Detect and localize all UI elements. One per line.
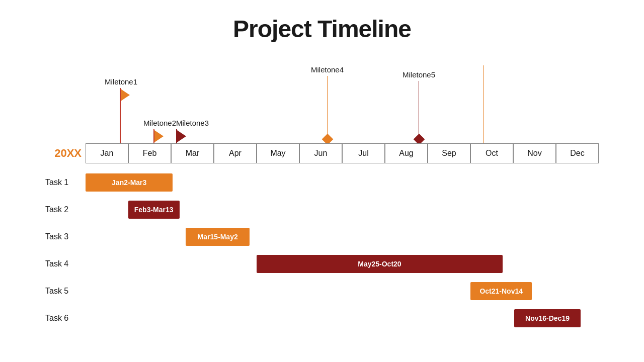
month-jul: Jul: [342, 143, 385, 163]
year-label: 20XX: [45, 147, 86, 160]
task-row-1: Task 1 Jan2-Mar3: [45, 173, 599, 192]
milestone-2-label: Miletone2: [143, 119, 176, 127]
task-2-bar-area: Feb3-Mar13: [86, 201, 599, 219]
task-3-bar-area: Mar15-May2: [86, 228, 599, 246]
month-dec: Dec: [556, 143, 599, 163]
timeline-area: Miletone1 Miletone2 Miletone3: [45, 53, 599, 327]
page-title: Project Timeline: [0, 0, 644, 43]
tasks-area: Task 1 Jan2-Mar3 Task 2 Feb3-Mar13 Task …: [45, 173, 599, 327]
milestone-6: Miletone6: [483, 65, 484, 143]
task-1-label: Task 1: [45, 178, 86, 187]
month-oct: Oct: [470, 143, 513, 163]
task-2-label: Task 2: [45, 205, 86, 214]
task-4-bar: May25-Oct20: [257, 255, 503, 273]
month-sep: Sep: [428, 143, 470, 163]
task-5-label: Task 5: [45, 287, 86, 296]
milestone-3-label: Miletone3: [176, 119, 209, 127]
task-row-5: Task 5 Oct21-Nov14: [45, 282, 599, 300]
task-row-4: Task 4 May25-Oct20: [45, 255, 599, 273]
task-6-label: Task 6: [45, 314, 86, 323]
task-4-bar-area: May25-Oct20: [86, 255, 599, 273]
task-5-bar: Oct21-Nov14: [470, 282, 532, 300]
month-jan: Jan: [86, 143, 128, 163]
task-1-bar: Jan2-Mar3: [86, 173, 173, 192]
task-1-bar-area: Jan2-Mar3: [86, 173, 599, 192]
month-row: 20XX Jan Feb Mar Apr May Jun Jul Aug Sep…: [45, 143, 599, 163]
milestone-1-label: Miletone1: [105, 77, 137, 86]
month-apr: Apr: [214, 143, 257, 163]
milestone-4-label: Miletone4: [311, 65, 344, 74]
milestone-3: Miletone3: [176, 110, 209, 143]
task-row-6: Task 6 Nov16-Dec19: [45, 309, 599, 327]
months-grid: Jan Feb Mar Apr May Jun Jul Aug Sep Oct …: [86, 143, 599, 163]
milestone-1: Miletone1: [120, 77, 137, 143]
month-feb: Feb: [128, 143, 171, 163]
month-may: May: [257, 143, 299, 163]
task-4-label: Task 4: [45, 259, 86, 268]
task-6-bar-area: Nov16-Dec19: [86, 309, 599, 327]
month-nov: Nov: [513, 143, 556, 163]
milestone-2: Miletone2: [153, 119, 176, 143]
task-row-2: Task 2 Feb3-Mar13: [45, 201, 599, 219]
task-row-3: Task 3 Mar15-May2: [45, 228, 599, 246]
month-aug: Aug: [385, 143, 428, 163]
milestones-area: Miletone1 Miletone2 Miletone3: [45, 53, 599, 143]
milestone-5-label: Miletone5: [403, 70, 435, 79]
task-6-bar: Nov16-Dec19: [514, 309, 581, 327]
task-5-bar-area: Oct21-Nov14: [86, 282, 599, 300]
month-mar: Mar: [171, 143, 214, 163]
month-jun: Jun: [299, 143, 342, 163]
task-3-bar: Mar15-May2: [186, 228, 250, 246]
task-2-bar: Feb3-Mar13: [128, 201, 180, 219]
task-3-label: Task 3: [45, 232, 86, 241]
milestone-4: Miletone4: [311, 65, 344, 143]
milestone-5: Miletone5: [403, 70, 435, 143]
